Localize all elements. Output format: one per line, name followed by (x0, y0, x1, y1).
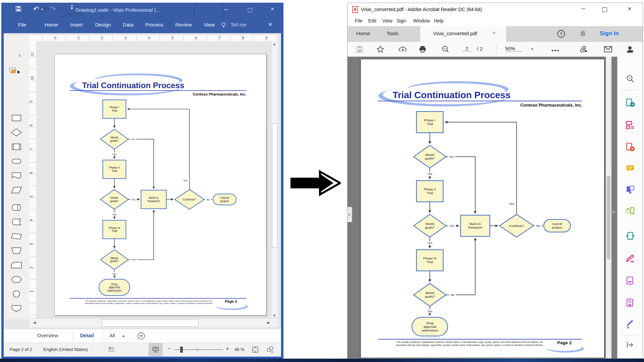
stencil-shape-direct-data[interactable] (10, 203, 23, 213)
page-list-icon[interactable]: ▲ (122, 334, 125, 338)
user-account-icon[interactable] (626, 45, 634, 53)
pdf-document-area[interactable]: Trial Continuation ProcessContoso Pharma… (347, 57, 618, 358)
stencil-shape-stored-data[interactable] (10, 218, 23, 227)
tab-tools[interactable]: Tools (386, 31, 398, 37)
pdf-scroll-thumb[interactable] (607, 176, 610, 259)
horizontal-scrollbar[interactable]: ◀ ▶ (30, 318, 278, 327)
visio-minimize-button[interactable]: ─ (221, 6, 230, 13)
ribbon-tab-process[interactable]: Process (145, 22, 163, 27)
menu-edit[interactable]: Edit (368, 18, 376, 23)
menu-sign[interactable]: Sign (396, 18, 406, 23)
ribbon-tab-insert[interactable]: Insert (70, 22, 83, 27)
stencil-shape-data-parallelogram[interactable] (10, 186, 23, 195)
print-icon[interactable] (419, 45, 427, 53)
create-pdf-icon[interactable] (626, 142, 635, 152)
stencil-shape-predefined-process[interactable] (10, 142, 23, 152)
presentation-mode-button[interactable] (149, 343, 163, 356)
compress-pdf-icon[interactable] (626, 232, 635, 241)
pdf-scrollbar[interactable] (606, 57, 611, 358)
menu-window[interactable]: Window (413, 18, 430, 23)
status-page-indicator[interactable]: Page 2 of 2 (10, 347, 32, 352)
navigation-pane-toggle-icon[interactable]: ▸ (347, 207, 352, 222)
zoom-out-icon[interactable]: − (167, 346, 171, 352)
export-pdf-icon[interactable] (626, 98, 635, 108)
comment-icon[interactable] (626, 164, 635, 173)
switch-windows-icon[interactable] (267, 346, 274, 354)
collapse-rail-icon[interactable] (626, 341, 634, 350)
ribbon-tab-view[interactable]: View (204, 22, 215, 27)
zoom-level-select[interactable]: 50% (505, 46, 523, 52)
tell-me-box[interactable]: Tell me (230, 22, 247, 27)
document-tab-close-icon[interactable]: × (493, 30, 495, 36)
acrobat-maximize-button[interactable] (602, 7, 607, 12)
zoom-search-icon[interactable] (441, 45, 449, 53)
stencil-shape-rectangle[interactable] (10, 114, 23, 123)
vertical-scrollbar[interactable]: ▲ ▼ (271, 41, 278, 318)
fill-sign-icon[interactable] (626, 254, 635, 263)
stencil-shape-manual-input[interactable] (10, 232, 23, 241)
share-cloud-icon[interactable] (398, 45, 407, 53)
stencil-shape-diamond[interactable] (10, 128, 23, 137)
visio-drawing-page[interactable]: Trial Continuation ProcessContoso Pharma… (54, 54, 266, 315)
send-mail-icon[interactable] (604, 45, 612, 53)
insert-page-icon[interactable] (137, 332, 145, 341)
expand-shapes-panel-icon[interactable]: › (19, 53, 20, 58)
share-link-icon[interactable] (579, 45, 587, 53)
ribbon-tab-data[interactable]: Data (123, 22, 133, 27)
scroll-down-icon[interactable]: ▼ (271, 313, 277, 317)
edit-pdf-icon[interactable] (626, 120, 635, 130)
marquee-zoom-icon[interactable] (626, 74, 635, 83)
scroll-up-icon[interactable]: ▲ (271, 42, 277, 46)
tab-home[interactable]: Home (356, 31, 370, 37)
save-icon[interactable] (15, 5, 22, 13)
undo-dropdown-icon[interactable]: ▾ (41, 7, 43, 11)
organize-pages-icon[interactable] (626, 206, 635, 216)
sign-in-link[interactable]: Sign In (600, 30, 619, 37)
more-tools-chevron-icon[interactable]: ▾ (627, 325, 629, 330)
vertical-scroll-thumb[interactable] (272, 123, 277, 247)
help-icon[interactable]: ? (557, 29, 566, 40)
menu-help[interactable]: Help (434, 18, 444, 23)
redo-button[interactable]: ↷ (50, 5, 56, 13)
combine-files-icon[interactable] (626, 185, 635, 195)
visio-maximize-button[interactable] (248, 8, 252, 12)
document-close-icon[interactable]: × (268, 21, 272, 28)
more-tools-ellipsis-icon[interactable]: ••• (551, 47, 559, 54)
redact-icon[interactable] (626, 276, 635, 286)
status-language[interactable]: English (United States) (43, 347, 88, 352)
stencil-shape-manual-operation[interactable] (10, 246, 23, 256)
ribbon-tab-review[interactable]: Review (175, 22, 192, 27)
stencil-shape-document[interactable] (10, 171, 23, 181)
stencil-shape-preparation-hexagon[interactable] (10, 275, 23, 285)
undo-button[interactable]: ↶ (33, 5, 39, 13)
visio-close-button[interactable]: × (268, 5, 277, 13)
star-favorites-icon[interactable] (376, 45, 384, 53)
open-stencil-icon[interactable] (9, 67, 22, 77)
page-tab-detail[interactable]: Detail (80, 333, 94, 338)
acrobat-close-button[interactable]: × (625, 5, 635, 12)
tab-document[interactable]: Visio_converted.pdf × (420, 26, 506, 42)
ribbon-tab-design[interactable]: Design (95, 22, 111, 27)
zoom-dropdown-icon[interactable]: ▾ (531, 47, 533, 51)
tools-pane-toggle-icon[interactable]: ◂ (612, 209, 614, 214)
page-tab-overview[interactable]: Overview (37, 333, 58, 338)
zoom-in-icon[interactable]: + (226, 346, 229, 352)
fit-page-icon[interactable] (252, 346, 259, 354)
scroll-left-icon[interactable]: ◀ (32, 320, 37, 325)
menu-file[interactable]: File (355, 18, 363, 23)
pdf-page[interactable]: Trial Continuation ProcessContoso Pharma… (361, 59, 604, 358)
stencil-shape-terminator[interactable] (10, 157, 23, 166)
save-file-icon[interactable] (356, 45, 364, 53)
stencil-shape-off-page-reference[interactable] (10, 304, 23, 313)
page-tab-all[interactable]: All (109, 333, 115, 338)
drawing-canvas[interactable]: Trial Continuation ProcessContoso Pharma… (36, 41, 271, 318)
zoom-slider-thumb[interactable] (180, 347, 183, 353)
stencil-shape-card[interactable] (10, 261, 23, 270)
status-zoom-level[interactable]: 48 % (234, 347, 245, 352)
notification-bell-icon[interactable] (579, 29, 587, 40)
quick-access-toolbar-dropdown-icon[interactable]: ▾ (71, 5, 73, 11)
ribbon-tab-home[interactable]: Home (45, 22, 58, 27)
acrobat-minimize-button[interactable]: ─ (578, 6, 588, 12)
stencil-shape-connector-circle[interactable] (10, 290, 23, 299)
scroll-right-icon[interactable]: ▶ (266, 320, 271, 325)
